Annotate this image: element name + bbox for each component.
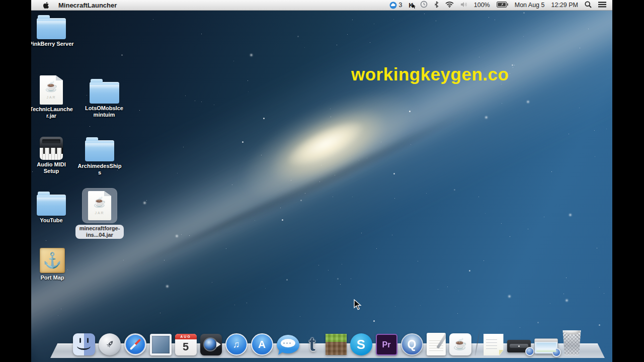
desktop-icon-label: Port Map bbox=[40, 275, 64, 281]
stamp-image bbox=[152, 336, 170, 353]
desktop-icon-label: PinkBerry Server bbox=[31, 41, 74, 47]
calendar-day: 5 bbox=[175, 339, 197, 354]
coffee-cup-icon: ☕ bbox=[45, 81, 58, 92]
apple-menu[interactable] bbox=[39, 2, 52, 9]
wifi-icon[interactable] bbox=[445, 2, 454, 9]
dock-item-calendar[interactable]: AUG 5 bbox=[175, 334, 197, 355]
dock-item-tumblr[interactable]: t bbox=[303, 333, 322, 355]
dock-item-itunes[interactable]: ♫ bbox=[225, 333, 248, 355]
menu-bar-left: MinecraftLauncher bbox=[31, 2, 117, 9]
desktop-icon-label: LotsOMobsIce mintuim bbox=[82, 105, 127, 118]
dock-item-quicktime-minimized-window[interactable] bbox=[507, 340, 531, 352]
desktop-icon-label: ArchimedesShips bbox=[77, 163, 122, 176]
folder-icon bbox=[85, 140, 114, 161]
cloud-sync-icon[interactable]: 3 bbox=[389, 2, 402, 9]
active-app-menu[interactable]: MinecraftLauncher bbox=[58, 2, 117, 9]
mouse-cursor bbox=[354, 299, 362, 311]
desktop-icon-label: TechnicLauncher.jar bbox=[31, 106, 74, 119]
safari-badge-icon bbox=[552, 348, 561, 357]
dock-item-safari[interactable] bbox=[124, 333, 146, 355]
music-note-icon: ♫ bbox=[232, 339, 239, 350]
calendar-month: AUG bbox=[175, 334, 197, 339]
desktop-icon-label: YouTube bbox=[40, 217, 62, 224]
quicktime-badge-icon bbox=[525, 347, 534, 356]
time-machine-icon[interactable] bbox=[420, 1, 428, 10]
jar-badge: JAR bbox=[46, 96, 56, 99]
apple-icon bbox=[43, 2, 49, 9]
desktop-icon-techniclauncher-jar[interactable]: ☕ JAR TechnicLauncher.jar bbox=[31, 75, 75, 119]
menu-bar-status-area: 3 K 100% bbox=[389, 1, 612, 10]
folder-icon bbox=[37, 18, 66, 39]
pencil-icon bbox=[436, 333, 445, 348]
spotlight-search-icon[interactable] bbox=[585, 1, 592, 10]
volume-muted-icon[interactable] bbox=[460, 2, 467, 9]
dock-items: AUG 5 ♫ A t S Pr Q ☕ bbox=[54, 329, 601, 355]
desktop-icon-youtube-folder[interactable]: YouTube bbox=[31, 195, 75, 224]
coffee-cup-icon: ☕ bbox=[453, 338, 467, 351]
dock-item-safari-minimized-window[interactable] bbox=[534, 338, 558, 354]
anchor-icon: ⚓ bbox=[43, 253, 61, 268]
desktop-icon-minecraftforge-jar-selected[interactable]: ☕ JAR minecraftforge-ins...04.jar bbox=[75, 188, 124, 239]
dock-item-trash[interactable] bbox=[561, 330, 583, 355]
dock-item-skype[interactable]: S bbox=[350, 333, 372, 355]
notification-center-icon[interactable] bbox=[598, 2, 606, 9]
dock: AUG 5 ♫ A t S Pr Q ☕ bbox=[50, 327, 605, 360]
keyboard-k-pointer-icon[interactable]: K bbox=[409, 2, 413, 9]
dock-separator bbox=[474, 329, 480, 355]
dock-item-launchpad[interactable] bbox=[99, 333, 121, 355]
dock-item-stickies-note[interactable] bbox=[484, 334, 504, 355]
dock-item-minecraft[interactable] bbox=[326, 334, 347, 355]
quicktime-letter: Q bbox=[408, 338, 417, 351]
desktop-icon-audio-midi-setup[interactable]: Audio MIDI Setup bbox=[31, 137, 75, 174]
skype-letter: S bbox=[357, 337, 365, 352]
app-store-letter: A bbox=[258, 338, 266, 350]
menu-bar-date[interactable]: Mon Aug 5 bbox=[515, 2, 545, 9]
messages-dots bbox=[286, 342, 288, 344]
dock-item-premiere-pro[interactable]: Pr bbox=[376, 334, 397, 355]
desktop-icon-label: minecraftforge-ins...04.jar bbox=[75, 225, 124, 239]
battery-percent: 100% bbox=[474, 2, 490, 9]
desktop-icon-label: Audio MIDI Setup bbox=[31, 161, 74, 174]
desktop-icon-pinkberry-server[interactable]: PinkBerry Server bbox=[31, 18, 75, 47]
desktop: MinecraftLauncher 3 K bbox=[31, 0, 612, 362]
battery-icon[interactable] bbox=[497, 2, 508, 9]
cloud-badge-count: 3 bbox=[398, 2, 402, 9]
pointer-icon bbox=[412, 4, 416, 9]
tumblr-letter: t bbox=[309, 335, 315, 354]
desktop-icon-port-map[interactable]: ⚓ Port Map bbox=[31, 248, 76, 281]
jar-badge: JAR bbox=[95, 211, 104, 215]
coffee-cup-icon: ☕ bbox=[94, 197, 106, 207]
folder-icon bbox=[37, 195, 66, 216]
premiere-label: Pr bbox=[382, 340, 391, 349]
menu-bar-time[interactable]: 12:29 PM bbox=[551, 2, 578, 9]
dock-item-messages[interactable] bbox=[277, 335, 299, 353]
port-map-icon: ⚓ bbox=[40, 248, 65, 273]
piano-black-keys bbox=[41, 148, 63, 154]
jar-file-icon: ☕ JAR bbox=[82, 188, 117, 223]
desktop-icon-lotsomobs-folder[interactable]: LotsOMobsIce mintuim bbox=[80, 82, 128, 118]
clock-icon bbox=[420, 1, 428, 8]
rocket-icon bbox=[104, 339, 115, 350]
folder-icon bbox=[90, 82, 119, 104]
dock-item-photo-booth[interactable] bbox=[200, 334, 222, 355]
dock-item-app-store[interactable]: A bbox=[251, 333, 273, 355]
cloud-icon bbox=[389, 2, 397, 9]
watermark: workingkeygen.co bbox=[351, 64, 509, 84]
video-frame: MinecraftLauncher 3 K bbox=[0, 0, 644, 362]
dock-item-finder[interactable] bbox=[73, 333, 95, 355]
menu-bar: MinecraftLauncher 3 K bbox=[31, 0, 612, 11]
desktop-icon-archimedesships-folder[interactable]: ArchimedesShips bbox=[75, 140, 124, 176]
jar-file-icon: ☕ JAR bbox=[40, 75, 63, 105]
dock-item-quicktime[interactable]: Q bbox=[401, 333, 423, 355]
dock-item-textedit[interactable] bbox=[427, 333, 446, 355]
bluetooth-icon[interactable] bbox=[434, 1, 439, 10]
dock-item-mail[interactable] bbox=[150, 334, 172, 355]
dock-item-java[interactable]: ☕ bbox=[449, 333, 471, 355]
audio-midi-icon bbox=[40, 137, 63, 160]
